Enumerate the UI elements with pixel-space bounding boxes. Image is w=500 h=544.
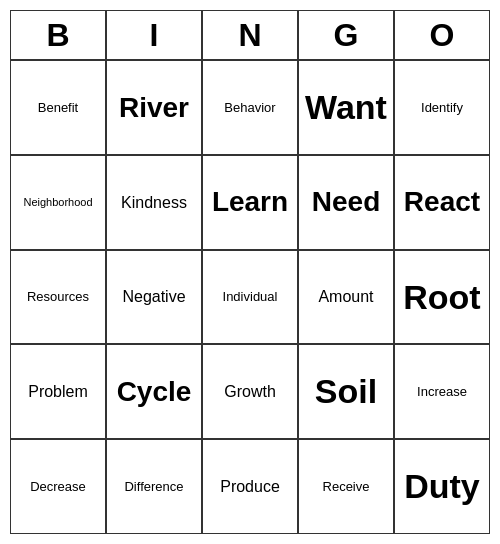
cell-text-r1-c0: Neighborhood xyxy=(23,196,92,209)
cell-text-r3-c3: Soil xyxy=(315,371,377,412)
cell-text-r3-c2: Growth xyxy=(224,382,276,401)
cell-r0-c3: Want xyxy=(298,60,394,155)
cell-r1-c1: Kindness xyxy=(106,155,202,250)
cell-text-r1-c4: React xyxy=(404,185,480,219)
bingo-header: BINGO xyxy=(10,10,490,60)
cell-text-r4-c1: Difference xyxy=(124,479,183,495)
cell-r4-c0: Decrease xyxy=(10,439,106,534)
cell-text-r0-c4: Identify xyxy=(421,100,463,116)
cell-text-r0-c1: River xyxy=(119,91,189,125)
cell-r2-c1: Negative xyxy=(106,250,202,345)
cell-text-r4-c4: Duty xyxy=(404,466,480,507)
bingo-grid: BenefitRiverBehaviorWantIdentifyNeighbor… xyxy=(10,60,490,534)
cell-r4-c1: Difference xyxy=(106,439,202,534)
cell-r3-c4: Increase xyxy=(394,344,490,439)
cell-r0-c4: Identify xyxy=(394,60,490,155)
cell-text-r0-c0: Benefit xyxy=(38,100,78,116)
cell-text-r4-c2: Produce xyxy=(220,477,280,496)
cell-r4-c4: Duty xyxy=(394,439,490,534)
cell-r1-c0: Neighborhood xyxy=(10,155,106,250)
cell-r2-c2: Individual xyxy=(202,250,298,345)
cell-text-r3-c0: Problem xyxy=(28,382,88,401)
cell-text-r4-c0: Decrease xyxy=(30,479,86,495)
cell-r0-c0: Benefit xyxy=(10,60,106,155)
cell-text-r3-c1: Cycle xyxy=(117,375,192,409)
header-letter-B: B xyxy=(10,10,106,60)
cell-text-r3-c4: Increase xyxy=(417,384,467,400)
cell-r3-c1: Cycle xyxy=(106,344,202,439)
cell-r3-c2: Growth xyxy=(202,344,298,439)
cell-text-r2-c1: Negative xyxy=(122,287,185,306)
cell-r3-c3: Soil xyxy=(298,344,394,439)
cell-r1-c2: Learn xyxy=(202,155,298,250)
cell-r2-c0: Resources xyxy=(10,250,106,345)
bingo-card: BINGO BenefitRiverBehaviorWantIdentifyNe… xyxy=(10,10,490,534)
cell-r4-c3: Receive xyxy=(298,439,394,534)
cell-r3-c0: Problem xyxy=(10,344,106,439)
cell-r1-c3: Need xyxy=(298,155,394,250)
cell-text-r2-c3: Amount xyxy=(318,287,373,306)
cell-r0-c1: River xyxy=(106,60,202,155)
header-letter-O: O xyxy=(394,10,490,60)
cell-text-r2-c4: Root xyxy=(403,277,480,318)
cell-text-r0-c3: Want xyxy=(305,87,387,128)
cell-text-r2-c0: Resources xyxy=(27,289,89,305)
cell-r1-c4: React xyxy=(394,155,490,250)
cell-r4-c2: Produce xyxy=(202,439,298,534)
cell-text-r2-c2: Individual xyxy=(223,289,278,305)
cell-text-r1-c2: Learn xyxy=(212,185,288,219)
header-letter-G: G xyxy=(298,10,394,60)
cell-text-r1-c3: Need xyxy=(312,185,380,219)
cell-r2-c4: Root xyxy=(394,250,490,345)
header-letter-I: I xyxy=(106,10,202,60)
cell-text-r4-c3: Receive xyxy=(323,479,370,495)
cell-r0-c2: Behavior xyxy=(202,60,298,155)
cell-text-r0-c2: Behavior xyxy=(224,100,275,116)
header-letter-N: N xyxy=(202,10,298,60)
cell-text-r1-c1: Kindness xyxy=(121,193,187,212)
cell-r2-c3: Amount xyxy=(298,250,394,345)
